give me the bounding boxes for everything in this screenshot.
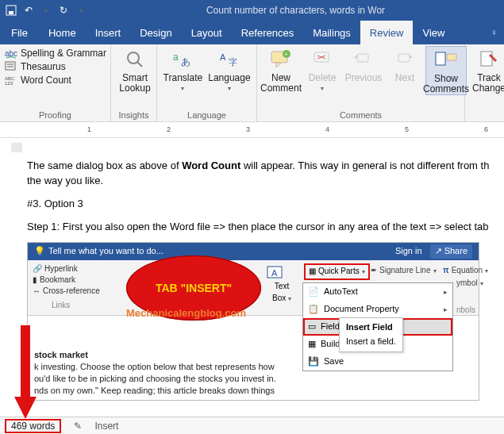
signature-line-button[interactable]: ✒Signature Line▾: [371, 265, 437, 277]
svg-rect-29: [21, 325, 30, 397]
group-comments: + New Comment Delete ▾ Previous Next Sho…: [257, 44, 465, 121]
group-language: aあ Translate ▾ A字 Language ▾ Language: [157, 44, 257, 121]
tab-home[interactable]: Home: [39, 21, 86, 44]
show-comments-button[interactable]: Show Comments: [425, 46, 467, 95]
pi-icon: π: [443, 265, 449, 277]
dd-autotext[interactable]: 📄AutoText▸: [303, 283, 452, 301]
group-proofing: abc Spelling & Grammar Thesaurus ABC123 …: [0, 44, 111, 121]
language-button[interactable]: A字 Language ▾: [206, 46, 253, 94]
tooltip-body: Insert a field.: [346, 336, 396, 348]
document-area[interactable]: The same dialog box as above of Word Cou…: [0, 138, 504, 401]
next-comment-button[interactable]: Next: [384, 46, 425, 83]
red-arrow-annotation: [13, 325, 37, 421]
tab-layout[interactable]: Layout: [182, 21, 232, 44]
undo-dropdown-icon[interactable]: ▾: [40, 4, 52, 17]
tellme-icon[interactable]: ♀: [491, 21, 504, 44]
tab-mailings[interactable]: Mailings: [303, 21, 360, 44]
svg-rect-22: [398, 54, 410, 62]
spelling-grammar-button[interactable]: abc Spelling & Grammar: [5, 48, 106, 59]
svg-rect-26: [481, 52, 492, 66]
thesaurus-icon: [5, 61, 17, 72]
svg-line-9: [137, 62, 142, 67]
next-icon: [393, 48, 417, 71]
link-icon: 🔗: [33, 263, 42, 275]
undo-icon[interactable]: ↶: [22, 4, 35, 17]
delete-comment-button[interactable]: Delete ▾: [302, 46, 343, 94]
ruler-mark: 6: [484, 125, 488, 133]
svg-point-8: [128, 52, 139, 63]
tellme-label[interactable]: Tell me what you want to do...: [48, 245, 164, 258]
symbol-button[interactable]: ymbol▾: [456, 278, 483, 290]
word-count-icon: ABC123: [5, 75, 17, 86]
thesaurus-button[interactable]: Thesaurus: [5, 61, 106, 72]
save-icon: 💾: [308, 355, 319, 368]
dd-docprop[interactable]: 📋Document Property▸: [303, 301, 452, 318]
svg-rect-3: [6, 62, 15, 70]
bookmark-button[interactable]: ▮Bookmark: [33, 275, 100, 286]
group-insights-label: Insights: [114, 110, 153, 121]
tab-insert[interactable]: Insert: [86, 21, 131, 44]
field-tooltip: Insert Field Insert a field.: [339, 317, 403, 352]
status-word-count[interactable]: 469 words: [5, 419, 61, 433]
svg-rect-20: [357, 54, 368, 62]
save-icon[interactable]: [5, 4, 17, 17]
spelling-label: Spelling & Grammar: [21, 48, 106, 59]
signin-link[interactable]: Sign in: [395, 245, 422, 258]
thesaurus-label: Thesaurus: [21, 61, 66, 72]
hyperlink-button[interactable]: 🔗Hyperlink: [33, 263, 100, 275]
lightbulb-icon: 💡: [34, 245, 45, 258]
show-comments-icon: [434, 48, 458, 72]
ruler-mark: 2: [167, 125, 171, 133]
chevron-down-icon: ▾: [362, 267, 365, 277]
svg-rect-24: [436, 52, 445, 65]
chevron-down-icon: ▾: [181, 83, 184, 94]
symbols-group-label: nbols: [456, 305, 475, 317]
svg-text:123: 123: [5, 81, 13, 86]
quickparts-button[interactable]: ▦ Quick Parts ▾: [304, 263, 370, 280]
track-changes-button[interactable]: Track Change: [468, 46, 504, 94]
ruler[interactable]: 1 2 3 4 5 6: [0, 122, 504, 138]
status-proofing-icon[interactable]: ✎: [74, 421, 82, 432]
tab-design[interactable]: Design: [130, 21, 181, 44]
smart-lookup-button[interactable]: Smart Lookup: [114, 46, 156, 94]
statusbar: 469 words ✎ Insert: [0, 417, 504, 434]
svg-text:A: A: [220, 52, 226, 62]
svg-marker-23: [410, 55, 413, 58]
window-title: Count number of characters, words in Wor: [92, 5, 499, 16]
previous-comment-button[interactable]: Previous: [343, 46, 384, 83]
new-comment-button[interactable]: + New Comment: [260, 46, 302, 94]
group-insights: Smart Lookup Insights: [111, 44, 157, 121]
textbox-icon: A: [266, 265, 283, 281]
ruler-mark: 4: [325, 125, 329, 133]
tab-review[interactable]: Review: [360, 21, 414, 44]
word-count-button[interactable]: ABC123 Word Count: [5, 75, 106, 86]
group-tracking: Track Change: [465, 44, 503, 121]
ruler-mark: 1: [87, 125, 91, 133]
translate-button[interactable]: aあ Translate ▾: [160, 46, 206, 94]
tab-view[interactable]: View: [413, 21, 454, 44]
embedded-screenshot: 💡 Tell me what you want to do... Sign in…: [27, 242, 479, 401]
svg-rect-25: [447, 54, 456, 60]
tab-references[interactable]: References: [232, 21, 303, 44]
track-changes-icon: [477, 48, 501, 71]
equation-button[interactable]: πEquation▾: [443, 265, 488, 277]
textbox-button[interactable]: A Text Box ▾: [266, 265, 298, 304]
qat-customize-icon[interactable]: ▾: [75, 4, 87, 17]
svg-text:+: +: [284, 51, 288, 58]
share-button[interactable]: ↗ Share: [430, 244, 472, 259]
dd-save[interactable]: 💾Save: [303, 353, 452, 371]
spelling-icon: abc: [5, 48, 17, 59]
ruler-mark: 5: [405, 125, 409, 133]
crossref-button[interactable]: ↔Cross-reference: [33, 286, 100, 297]
svg-marker-21: [354, 55, 357, 58]
file-tab[interactable]: File: [0, 21, 39, 44]
redo-icon[interactable]: ↻: [57, 4, 70, 17]
ribbon: abc Spelling & Grammar Thesaurus ABC123 …: [0, 44, 504, 122]
docprop-icon: 📋: [308, 303, 319, 316]
tooltip-title: Insert Field: [346, 321, 396, 334]
group-comments-label: Comments: [260, 110, 461, 121]
status-insert-mode[interactable]: Insert: [94, 421, 118, 432]
smart-lookup-icon: [123, 48, 147, 71]
group-proofing-label: Proofing: [3, 110, 107, 121]
autotext-icon: 📄: [308, 286, 319, 298]
